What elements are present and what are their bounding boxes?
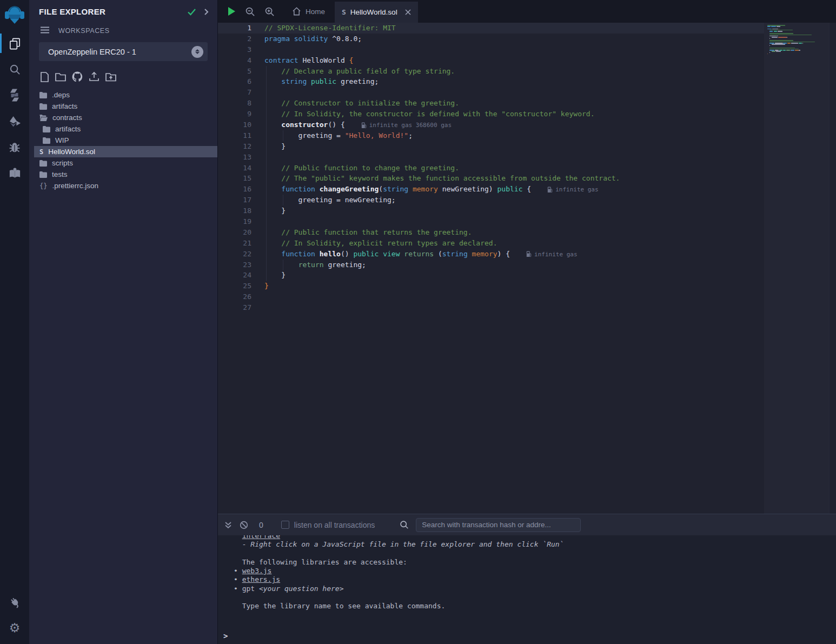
terminal-link[interactable]: interface [242, 535, 280, 540]
line-number[interactable]: 24 [218, 270, 251, 281]
line-number[interactable]: 5 [218, 66, 251, 77]
line-number[interactable]: 21 [218, 238, 251, 249]
minimap[interactable] [767, 25, 827, 57]
terminal-search-input[interactable] [416, 518, 581, 532]
line-number[interactable]: 22 [218, 249, 251, 260]
code-line-23[interactable]: return greeting; [264, 260, 764, 270]
code-line-21[interactable]: // In Solidity, explicit return types ar… [264, 238, 764, 249]
terminal-prompt[interactable]: > [223, 632, 228, 640]
code-line-27[interactable] [264, 302, 764, 313]
code-line-13[interactable] [264, 152, 764, 163]
code-line-8[interactable]: // Constructor to initialize the greetin… [264, 98, 764, 109]
code-line-19[interactable] [264, 216, 764, 227]
tree-item-WIP[interactable]: WIP [29, 135, 217, 146]
tree-item-.deps[interactable]: .deps [29, 89, 217, 101]
terminal-link[interactable]: web3.js [242, 567, 272, 575]
workspaces-menu-icon[interactable] [40, 26, 50, 36]
line-number[interactable]: 15 [218, 173, 251, 184]
panel-forward-chevron-icon[interactable] [204, 8, 209, 16]
line-number[interactable]: 25 [218, 281, 251, 291]
sidebar-item-plugin-manager[interactable] [0, 589, 29, 615]
code-line-10[interactable]: constructor() {infinite gas 368600 gas [264, 119, 764, 130]
line-number[interactable]: 6 [218, 76, 251, 87]
code-line-4[interactable]: contract HelloWorld { [264, 55, 764, 66]
line-number[interactable]: 17 [218, 195, 251, 205]
code-line-7[interactable] [264, 87, 764, 98]
tree-item-contracts[interactable]: contracts [29, 112, 217, 123]
close-tab-icon[interactable] [405, 9, 411, 15]
line-number[interactable]: 12 [218, 141, 251, 152]
sidebar-item-search[interactable] [0, 56, 29, 82]
line-number[interactable]: 26 [218, 291, 251, 302]
create-new-folder-icon[interactable] [55, 71, 67, 82]
line-number[interactable]: 7 [218, 87, 251, 98]
workspace-select[interactable]: OpenZeppelin ERC20 - 1 [39, 42, 208, 61]
code-line-1[interactable]: // SPDX-License-Identifier: MIT [264, 23, 764, 34]
create-new-file-icon[interactable] [39, 71, 50, 83]
line-number[interactable]: 16 [218, 184, 251, 195]
code-line-6[interactable]: string public greeting; [264, 76, 764, 87]
clone-git-repository-icon[interactable] [71, 71, 83, 83]
listen-transactions-checkbox[interactable] [281, 521, 289, 529]
sidebar-item-deploy-and-run[interactable] [0, 108, 29, 134]
zoom-out-icon[interactable] [245, 6, 255, 17]
line-number[interactable]: 4 [218, 55, 251, 66]
tree-item-artifacts[interactable]: artifacts [29, 123, 217, 135]
code-line-20[interactable]: // Public function that returns the gree… [264, 227, 764, 238]
tree-item-scripts[interactable]: scripts [29, 157, 217, 169]
code-line-22[interactable]: function hello() public view returns (st… [264, 249, 764, 260]
line-number[interactable]: 27 [218, 302, 251, 313]
tree-item-artifacts[interactable]: artifacts [29, 101, 217, 112]
code-line-9[interactable]: // In Solidity, the constructor is defin… [264, 109, 764, 119]
clear-console-icon[interactable] [240, 521, 248, 529]
code-line-15[interactable]: // The "public" keyword makes the functi… [264, 173, 764, 184]
run-script-icon[interactable] [227, 6, 236, 16]
accept-check-icon[interactable] [187, 8, 196, 16]
line-number[interactable]: 9 [218, 109, 251, 119]
line-number[interactable]: 10 [218, 119, 251, 130]
line-number[interactable]: 11 [218, 130, 251, 141]
code-line-16[interactable]: function changeGreeting(string memory ne… [264, 184, 764, 195]
upload-files-icon[interactable] [88, 71, 100, 83]
tree-item-HelloWorld.sol[interactable]: SHelloWorld.sol [34, 146, 217, 157]
line-number[interactable]: 1 [218, 23, 251, 34]
code-line-18[interactable]: } [264, 205, 764, 216]
code-line-11[interactable]: greeting = "Hello, World!"; [264, 130, 764, 141]
tree-item-.prettierrc.json[interactable]: {}.prettierrc.json [29, 180, 217, 191]
tree-item-tests[interactable]: tests [29, 169, 217, 180]
code-line-17[interactable]: greeting = newGreeting; [264, 195, 764, 205]
terminal-link[interactable]: ethers.js [242, 575, 280, 583]
line-number[interactable]: 8 [218, 98, 251, 109]
remix-logo[interactable] [0, 0, 29, 30]
minimap-column[interactable] [764, 23, 829, 514]
line-number[interactable]: 18 [218, 205, 251, 216]
terminal-output[interactable]: interface - Right click on a JavaScript … [218, 535, 836, 644]
editor-scrollbar[interactable] [829, 23, 836, 514]
code-line-26[interactable] [264, 291, 764, 302]
line-number[interactable]: 2 [218, 34, 251, 44]
line-number[interactable]: 23 [218, 260, 251, 270]
code-line-12[interactable]: } [264, 141, 764, 152]
sidebar-item-file-explorer[interactable] [0, 30, 29, 56]
line-number[interactable]: 3 [218, 44, 251, 55]
sidebar-item-settings[interactable]: ⚙ [0, 615, 29, 641]
sidebar-item-learneth[interactable] [0, 160, 29, 186]
code-line-24[interactable]: } [264, 270, 764, 281]
line-number[interactable]: 13 [218, 152, 251, 163]
line-number[interactable]: 19 [218, 216, 251, 227]
terminal-expand-icon[interactable] [224, 521, 232, 529]
code-line-2[interactable]: pragma solidity ^0.8.0; [264, 34, 764, 44]
line-number[interactable]: 14 [218, 163, 251, 174]
tab-helloworld-sol[interactable]: S HelloWorld.sol [335, 2, 418, 23]
code-editor[interactable]: 1234567891011121314151617181920212223242… [218, 23, 836, 514]
line-number-gutter[interactable]: 1234567891011121314151617181920212223242… [218, 23, 251, 313]
code-line-14[interactable]: // Public function to change the greetin… [264, 163, 764, 174]
code-line-25[interactable]: } [264, 281, 764, 291]
code-content[interactable]: // SPDX-License-Identifier: MITpragma so… [264, 23, 764, 313]
upload-folder-icon[interactable] [105, 71, 117, 82]
code-line-5[interactable]: // Declare a public field of type string… [264, 66, 764, 77]
sidebar-item-debugger[interactable] [0, 134, 29, 160]
line-number[interactable]: 20 [218, 227, 251, 238]
zoom-in-icon[interactable] [264, 6, 275, 17]
tab-home[interactable]: Home [282, 0, 335, 23]
